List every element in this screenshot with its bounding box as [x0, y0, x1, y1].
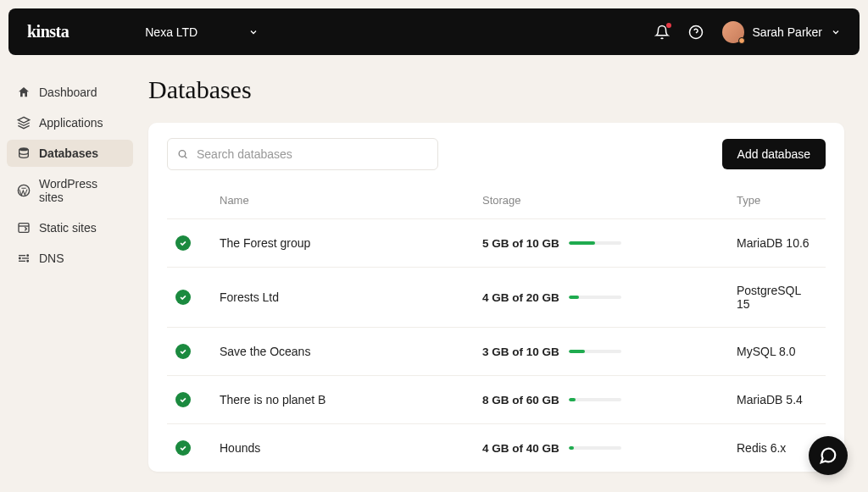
storage-text: 4 GB of 40 GB — [482, 442, 560, 455]
table-header: Name Storage Type — [167, 180, 826, 218]
db-name: There is no planet B — [220, 393, 482, 406]
table-body: The Forest group 5 GB of 10 GB MariaDB 1… — [167, 218, 826, 472]
db-type: PostgreSQL 15 — [737, 284, 817, 311]
table-row[interactable]: Hounds 4 GB of 40 GB Redis 6.x — [167, 423, 826, 472]
search-icon — [177, 149, 188, 160]
main-content: Databases Add database Name Storage Type — [140, 64, 868, 472]
sidebar-item-dashboard[interactable]: Dashboard — [7, 79, 133, 106]
svg-line-13 — [185, 156, 186, 158]
storage-text: 5 GB of 10 GB — [482, 237, 560, 250]
db-name: The Forest group — [220, 236, 482, 250]
topbar-actions: Sarah Parker — [654, 21, 841, 43]
search-wrap — [167, 138, 438, 170]
storage-cell: 4 GB of 20 GB — [482, 291, 737, 304]
storage-text: 4 GB of 20 GB — [482, 291, 560, 304]
dns-icon — [17, 252, 31, 265]
logo: kinsta — [27, 22, 69, 41]
db-type: MySQL 8.0 — [737, 345, 817, 358]
chat-button[interactable] — [809, 436, 848, 475]
user-menu[interactable]: Sarah Parker — [722, 21, 841, 43]
svg-point-11 — [27, 261, 29, 263]
status-cell — [175, 392, 220, 407]
svg-rect-4 — [19, 224, 29, 233]
sidebar-item-label: DNS — [39, 252, 64, 265]
storage-cell: 5 GB of 10 GB — [482, 237, 737, 250]
sidebar-item-databases[interactable]: Databases — [7, 140, 133, 167]
sidebar-item-label: Static sites — [39, 221, 97, 235]
databases-card: Add database Name Storage Type The Fores… — [148, 123, 844, 472]
chevron-down-icon — [248, 27, 259, 37]
company-selector[interactable]: Nexa LTD — [145, 25, 259, 39]
sidebar-item-static-sites[interactable]: Static sites — [7, 214, 133, 241]
svg-point-2 — [19, 147, 29, 151]
notification-dot — [666, 23, 671, 28]
table-row[interactable]: Save the Oceans 3 GB of 10 GB MySQL 8.0 — [167, 327, 826, 375]
sidebar: DashboardApplicationsDatabasesWordPress … — [0, 64, 140, 472]
topbar: kinsta Nexa LTD Sarah Parker — [8, 8, 860, 55]
column-type: Type — [737, 194, 817, 207]
sidebar-item-label: Dashboard — [39, 86, 97, 99]
page-title: Databases — [148, 75, 844, 104]
status-cell — [175, 235, 220, 251]
db-type: MariaDB 10.6 — [737, 236, 817, 250]
db-type: Redis 6.x — [737, 441, 817, 455]
column-storage: Storage — [482, 194, 737, 207]
table-row[interactable]: The Forest group 5 GB of 10 GB MariaDB 1… — [167, 218, 826, 267]
storage-progress — [569, 241, 621, 245]
status-cell — [175, 344, 220, 359]
sidebar-item-applications[interactable]: Applications — [7, 109, 133, 136]
sidebar-item-label: WordPress sites — [39, 177, 123, 204]
status-ok-icon — [175, 440, 191, 456]
sidebar-item-dns[interactable]: DNS — [7, 245, 133, 272]
table-row[interactable]: Forests Ltd 4 GB of 20 GB PostgreSQL 15 — [167, 267, 826, 327]
storage-progress — [569, 398, 621, 401]
card-header: Add database — [167, 138, 826, 170]
storage-cell: 4 GB of 40 GB — [482, 442, 737, 455]
svg-point-10 — [19, 257, 21, 259]
chevron-down-icon — [831, 27, 841, 37]
svg-point-12 — [179, 151, 186, 158]
sidebar-item-label: Applications — [39, 116, 103, 130]
notifications-button[interactable] — [654, 25, 670, 40]
storage-progress — [569, 446, 621, 450]
table-row[interactable]: There is no planet B 8 GB of 60 GB Maria… — [167, 375, 826, 423]
storage-cell: 3 GB of 10 GB — [482, 346, 737, 358]
status-cell — [175, 290, 220, 305]
avatar — [722, 21, 744, 43]
db-name: Save the Oceans — [220, 345, 482, 358]
avatar-status-dot — [738, 37, 745, 44]
svg-point-9 — [27, 255, 29, 257]
status-ok-icon — [175, 290, 191, 305]
sidebar-item-label: Databases — [39, 146, 98, 160]
user-name: Sarah Parker — [753, 25, 822, 39]
help-button[interactable] — [688, 25, 704, 40]
browser-icon — [17, 221, 31, 235]
db-type: MariaDB 5.4 — [737, 393, 817, 406]
status-ok-icon — [175, 235, 191, 251]
wordpress-icon — [17, 184, 31, 197]
status-ok-icon — [175, 344, 191, 359]
status-cell — [175, 440, 220, 456]
storage-cell: 8 GB of 60 GB — [482, 394, 737, 406]
search-input[interactable] — [167, 138, 438, 170]
sidebar-item-wordpress-sites[interactable]: WordPress sites — [7, 170, 133, 211]
layers-icon — [17, 116, 31, 130]
home-icon — [17, 86, 31, 99]
db-name: Forests Ltd — [220, 290, 482, 304]
storage-text: 8 GB of 60 GB — [482, 394, 560, 406]
column-name: Name — [220, 194, 482, 207]
storage-progress — [569, 350, 621, 353]
status-ok-icon — [175, 392, 191, 407]
add-database-button[interactable]: Add database — [722, 139, 826, 169]
company-name: Nexa LTD — [145, 25, 198, 39]
database-icon — [17, 146, 31, 160]
storage-text: 3 GB of 10 GB — [482, 346, 560, 358]
storage-progress — [569, 296, 621, 299]
db-name: Hounds — [220, 441, 482, 455]
